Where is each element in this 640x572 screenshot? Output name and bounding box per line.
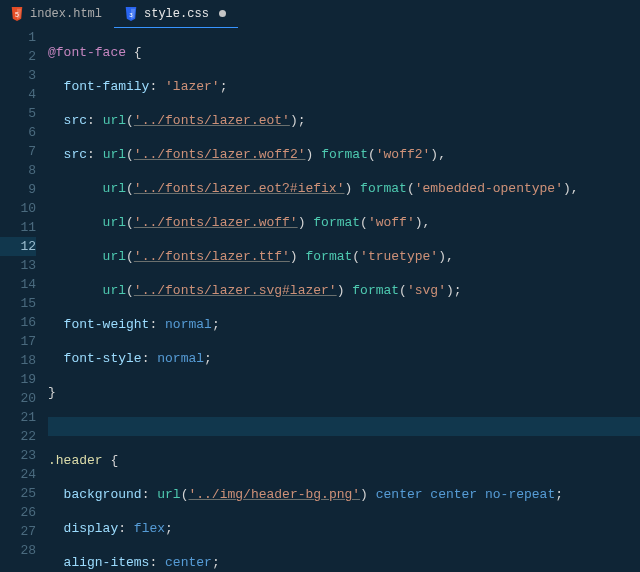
line-number: 27 — [0, 522, 36, 541]
line-number: 22 — [0, 427, 36, 446]
line-number-gutter: 1 2 3 4 5 6 7 8 9 10 11 12 13 14 15 16 1… — [0, 28, 48, 572]
code-line: font-style: normal; — [48, 349, 640, 368]
line-number: 20 — [0, 389, 36, 408]
line-number: 18 — [0, 351, 36, 370]
css-icon: 3 — [124, 7, 138, 21]
code-line: url('../fonts/lazer.ttf') format('truety… — [48, 247, 640, 266]
line-number: 3 — [0, 66, 36, 85]
code-line: @font-face { — [48, 43, 640, 62]
line-number: 2 — [0, 47, 36, 66]
code-line: background: url('../img/header-bg.png') … — [48, 485, 640, 504]
line-number: 8 — [0, 161, 36, 180]
line-number: 12 — [0, 237, 36, 256]
svg-text:5: 5 — [15, 10, 19, 17]
line-number: 28 — [0, 541, 36, 560]
code-content[interactable]: @font-face { font-family: 'lazer'; src: … — [48, 28, 640, 572]
line-number: 14 — [0, 275, 36, 294]
code-line: url('../fonts/lazer.svg#lazer') format('… — [48, 281, 640, 300]
line-number: 5 — [0, 104, 36, 123]
line-number: 23 — [0, 446, 36, 465]
code-line: align-items: center; — [48, 553, 640, 572]
line-number: 11 — [0, 218, 36, 237]
line-number: 24 — [0, 465, 36, 484]
line-number: 9 — [0, 180, 36, 199]
tab-index-html[interactable]: 5 index.html — [0, 0, 114, 28]
code-line: .header { — [48, 451, 640, 470]
line-number: 13 — [0, 256, 36, 275]
code-line: display: flex; — [48, 519, 640, 538]
line-number: 25 — [0, 484, 36, 503]
line-number: 4 — [0, 85, 36, 104]
line-number: 1 — [0, 28, 36, 47]
code-line: src: url('../fonts/lazer.eot'); — [48, 111, 640, 130]
tab-label: index.html — [30, 7, 102, 21]
tab-label: style.css — [144, 7, 209, 21]
tab-style-css[interactable]: 3 style.css — [114, 0, 238, 28]
code-line: font-family: 'lazer'; — [48, 77, 640, 96]
line-number: 7 — [0, 142, 36, 161]
line-number: 26 — [0, 503, 36, 522]
html-icon: 5 — [10, 7, 24, 21]
dirty-indicator-icon — [219, 10, 226, 17]
code-line: src: url('../fonts/lazer.woff2') format(… — [48, 145, 640, 164]
line-number: 15 — [0, 294, 36, 313]
code-line: font-weight: normal; — [48, 315, 640, 334]
code-line — [48, 417, 640, 436]
line-number: 10 — [0, 199, 36, 218]
line-number: 6 — [0, 123, 36, 142]
line-number: 17 — [0, 332, 36, 351]
line-number: 21 — [0, 408, 36, 427]
code-line: url('../fonts/lazer.eot?#iefix') format(… — [48, 179, 640, 198]
code-editor[interactable]: 1 2 3 4 5 6 7 8 9 10 11 12 13 14 15 16 1… — [0, 28, 640, 572]
tab-bar: 5 index.html 3 style.css — [0, 0, 640, 28]
line-number: 16 — [0, 313, 36, 332]
svg-text:3: 3 — [129, 10, 133, 17]
line-number: 19 — [0, 370, 36, 389]
code-line: } — [48, 383, 640, 402]
code-line: url('../fonts/lazer.woff') format('woff'… — [48, 213, 640, 232]
